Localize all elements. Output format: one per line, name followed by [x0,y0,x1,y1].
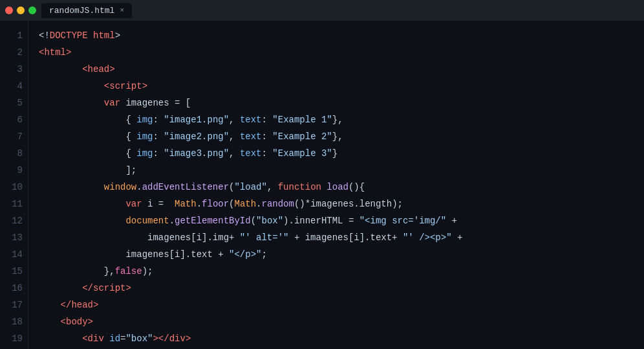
tab-label: randomJS.html [49,6,114,16]
window-controls [5,6,36,14]
title-bar: randomJS.html × [0,0,644,21]
close-button[interactable] [5,6,13,14]
minimize-button[interactable] [17,6,25,14]
line-numbers: 1 2 3 4 5 6 7 8 9 10 11 12 13 14 15 16 1… [0,21,28,349]
code-content[interactable]: <!DOCTYPE html> <html> <head> <script> v… [28,21,644,349]
file-tab[interactable]: randomJS.html × [41,3,132,18]
tab-close-icon[interactable]: × [120,6,124,14]
code-editor: 1 2 3 4 5 6 7 8 9 10 11 12 13 14 15 16 1… [0,21,644,349]
maximize-button[interactable] [28,6,36,14]
